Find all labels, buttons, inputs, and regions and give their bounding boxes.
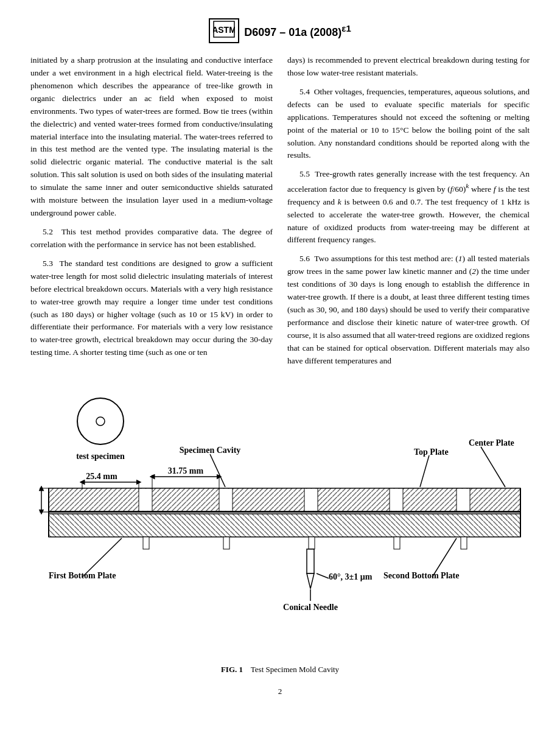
paragraph-5-4: 5.4 Other voltages, frequencies, tempera… — [287, 86, 530, 163]
paragraph-1: initiated by a sharp protrusion at the i… — [30, 54, 273, 220]
document-title: D6097 – 01a (2008)ε1 — [244, 23, 351, 39]
svg-rect-26 — [223, 537, 229, 549]
svg-text:Top Plate: Top Plate — [414, 447, 449, 457]
figure-caption: FIG. 1 Test Specimen Mold Cavity — [30, 665, 530, 675]
paragraph-5-6: 5.6 Two assumptions for this test method… — [287, 253, 530, 367]
svg-text:test specimen: test specimen — [76, 452, 125, 461]
svg-text:Conical Needle: Conical Needle — [283, 603, 338, 612]
svg-text:Center Plate: Center Plate — [469, 438, 514, 447]
svg-point-7 — [96, 417, 105, 426]
svg-line-51 — [481, 447, 505, 487]
svg-rect-13 — [457, 489, 470, 511]
page-number: 2 — [30, 687, 530, 696]
astm-logo: ASTM — [209, 18, 239, 43]
svg-text:Specimen Cavity: Specimen Cavity — [180, 446, 241, 455]
svg-rect-28 — [394, 537, 400, 549]
paragraph-5-2: 5.2 This test method provides comparativ… — [30, 226, 273, 251]
paragraph-days: days) is recommended to prevent electric… — [287, 54, 530, 80]
superscript: ε1 — [341, 23, 351, 33]
svg-marker-57 — [307, 573, 314, 589]
left-column: initiated by a sharp protrusion at the i… — [30, 54, 273, 374]
page-header: ASTM D6097 – 01a (2008)ε1 — [30, 18, 530, 43]
svg-text:Second Bottom Plate: Second Bottom Plate — [383, 571, 459, 580]
svg-line-47 — [210, 454, 225, 487]
text-columns: initiated by a sharp protrusion at the i… — [30, 54, 530, 374]
svg-text:First Bottom Plate: First Bottom Plate — [49, 571, 116, 580]
figure-caption-text: Test Specimen Mold Cavity — [251, 665, 339, 674]
svg-rect-8 — [49, 488, 520, 511]
svg-rect-27 — [309, 537, 315, 549]
page: ASTM D6097 – 01a (2008)ε1 initiated by a… — [0, 0, 560, 750]
paragraph-5-5: 5.5 Tree-growth rates generally increase… — [287, 168, 530, 247]
svg-rect-11 — [304, 489, 318, 511]
svg-rect-24 — [49, 514, 520, 537]
figure-diagram: 25.4 mm 31.75 mm 6.35 mm test specimen — [30, 385, 530, 659]
svg-line-59 — [317, 573, 329, 578]
svg-rect-25 — [143, 537, 149, 549]
svg-text:31.75 mm: 31.75 mm — [168, 466, 204, 475]
paragraph-5-3: 5.3 The standard test conditions are des… — [30, 258, 273, 359]
svg-rect-10 — [219, 489, 233, 511]
right-column: days) is recommended to prevent electric… — [287, 54, 530, 374]
svg-text:60°, 3±1 μm: 60°, 3±1 μm — [329, 572, 373, 581]
svg-text:ASTM: ASTM — [213, 25, 235, 35]
svg-rect-12 — [390, 489, 403, 511]
figure-number: FIG. 1 — [221, 665, 243, 674]
svg-rect-29 — [461, 537, 467, 549]
figure-container: 25.4 mm 31.75 mm 6.35 mm test specimen — [30, 385, 530, 675]
svg-rect-56 — [307, 549, 314, 573]
svg-text:25.4 mm: 25.4 mm — [86, 472, 117, 481]
svg-line-49 — [420, 455, 429, 487]
svg-rect-9 — [139, 489, 152, 511]
